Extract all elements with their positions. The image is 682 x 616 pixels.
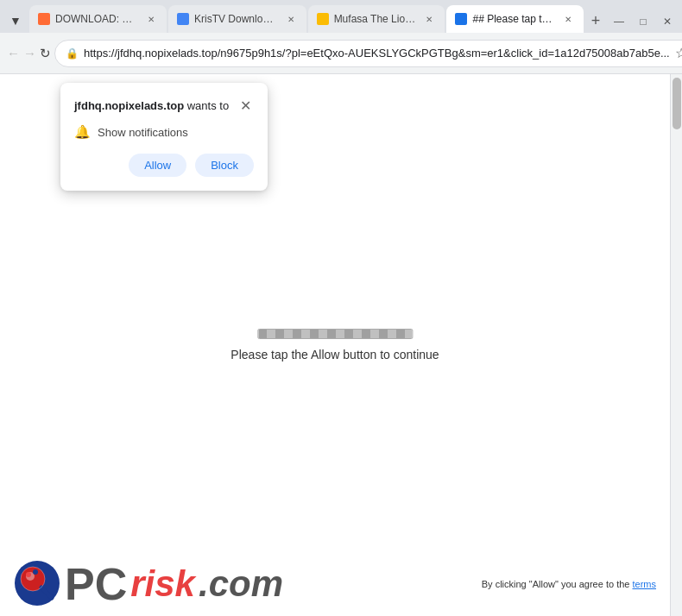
tab-label-mufasa: Mufasa The Lion Kin... (334, 13, 418, 25)
logo-pc-text: PC (65, 562, 127, 607)
popup-option-text: Show notifications (98, 126, 188, 139)
page-content: Please tap the Allow button to continue (0, 74, 670, 616)
url-bar[interactable]: 🔒 https://jfdhq.nopixelads.top/n9675p9h1… (54, 40, 682, 67)
logo-area: PC risk .com (14, 560, 283, 607)
logo-dotcom-text: .com (199, 566, 283, 602)
back-button[interactable]: ← (7, 40, 20, 67)
popup-close-button[interactable]: ✕ (237, 97, 254, 114)
popup-buttons: Allow Block (74, 154, 254, 177)
chrome-menu-button[interactable]: ▼ (3, 9, 28, 33)
bookmark-icon[interactable]: ☆ (675, 45, 682, 61)
bottom-terms: By clicking "Allow" you agree to the ter… (482, 579, 656, 589)
tab-close-mufasa[interactable]: ✕ (422, 12, 436, 26)
tab-close-kris[interactable]: ✕ (284, 12, 298, 26)
tab-mufasa[interactable]: Mufasa The Lion Kin... ✕ (308, 5, 445, 33)
tab-close-download[interactable]: ✕ (144, 12, 158, 26)
popup-title: jfdhq.nopixelads.top wants to (74, 99, 229, 112)
terms-text: By clicking "Allow" you agree to the (482, 579, 633, 589)
tab-kris[interactable]: KrisTV Download Pa... ✕ (168, 5, 306, 33)
refresh-button[interactable]: ↻ (40, 40, 51, 67)
close-button[interactable]: ✕ (656, 10, 679, 33)
tab-download[interactable]: DOWNLOAD: Mufas... ✕ (29, 5, 167, 33)
tab-label-please: ## Please tap the All... (472, 13, 555, 25)
svg-point-5 (33, 569, 38, 575)
url-text: https://jfdhq.nopixelads.top/n9675p9h1s/… (84, 47, 670, 60)
scrollbar-thumb[interactable] (673, 78, 681, 129)
terms-link[interactable]: terms (633, 579, 657, 589)
popup-site: jfdhq.nopixelads.top (74, 99, 184, 112)
loading-bar (257, 329, 413, 339)
tab-please[interactable]: ## Please tap the All... ✕ (446, 5, 583, 33)
address-bar: ← → ↻ 🔒 https://jfdhq.nopixelads.top/n96… (0, 33, 682, 74)
tab-label-kris: KrisTV Download Pa... (194, 13, 279, 25)
svg-point-4 (26, 572, 31, 577)
tab-close-please[interactable]: ✕ (561, 12, 575, 26)
forward-button[interactable]: → (23, 40, 36, 67)
loading-section: Please tap the Allow button to continue (230, 329, 439, 361)
tab-label-download: DOWNLOAD: Mufas... (55, 13, 139, 25)
tab-favicon-download (38, 13, 50, 25)
popup-header: jfdhq.nopixelads.top wants to ✕ (74, 97, 254, 114)
tab-bar-right: — □ ✕ (608, 10, 679, 33)
block-button[interactable]: Block (195, 154, 254, 177)
tab-bar-left: ▼ (3, 9, 28, 33)
popup-option: 🔔 Show notifications (74, 124, 254, 140)
tab-favicon-please (455, 13, 467, 25)
tab-favicon-mufasa (317, 13, 329, 25)
maximize-button[interactable]: □ (632, 10, 654, 33)
allow-button[interactable]: Allow (129, 154, 186, 177)
content-area: Please tap the Allow button to continue (0, 74, 682, 616)
scrollbar[interactable] (670, 74, 682, 616)
tab-bar: ▼ DOWNLOAD: Mufas... ✕ KrisTV Download P… (0, 0, 682, 33)
minimize-button[interactable]: — (608, 10, 630, 33)
logo-risk-text: risk (130, 566, 195, 602)
tab-favicon-kris (177, 13, 189, 25)
notification-popup: jfdhq.nopixelads.top wants to ✕ 🔔 Show n… (60, 83, 268, 191)
browser-frame: ▼ DOWNLOAD: Mufas... ✕ KrisTV Download P… (0, 0, 682, 616)
popup-wants-to: wants to (184, 99, 229, 112)
loading-bar-stripes (258, 330, 412, 338)
security-icon: 🔒 (66, 47, 79, 60)
loading-text: Please tap the Allow button to continue (230, 348, 439, 361)
pcrisk-icon (14, 560, 61, 607)
bell-icon: 🔔 (74, 124, 91, 140)
bottom-section: PC risk .com By clicking "Allow" you agr… (0, 551, 670, 616)
new-tab-button[interactable]: + (585, 9, 606, 33)
